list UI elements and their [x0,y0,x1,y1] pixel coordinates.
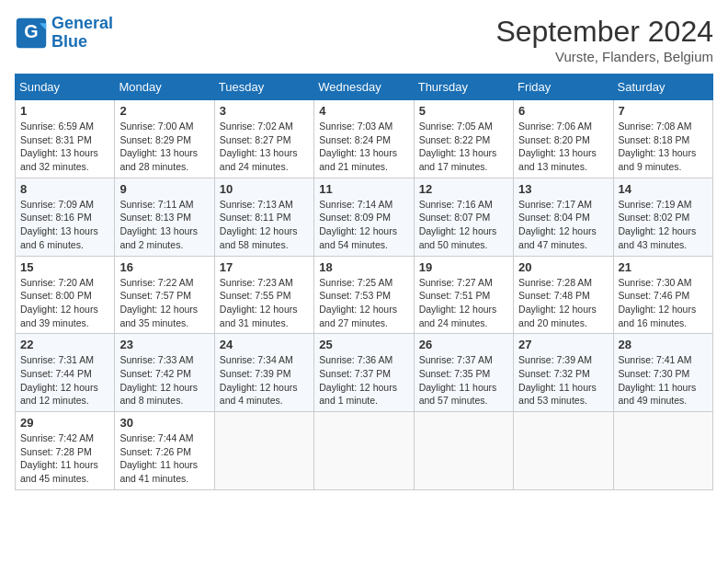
day-info: Sunrise: 7:41 AM Sunset: 7:30 PM Dayligh… [619,353,708,408]
day-number: 7 [619,104,708,118]
calendar-cell: 16Sunrise: 7:22 AM Sunset: 7:57 PM Dayli… [115,256,214,334]
day-number: 22 [20,338,109,351]
calendar-week-row: 1Sunrise: 6:59 AM Sunset: 8:31 PM Daylig… [16,100,713,178]
calendar-week-row: 15Sunrise: 7:20 AM Sunset: 8:00 PM Dayli… [16,256,713,334]
day-number: 28 [619,338,708,351]
day-number: 18 [319,260,408,274]
weekday-header: Saturday [613,75,712,100]
day-info: Sunrise: 7:44 AM Sunset: 7:26 PM Dayligh… [119,431,209,486]
day-number: 19 [419,260,508,274]
weekday-header: Tuesday [214,75,313,100]
calendar-cell: 18Sunrise: 7:25 AM Sunset: 7:53 PM Dayli… [314,256,414,334]
weekday-header: Monday [115,75,214,100]
day-number: 15 [20,260,109,274]
calendar-cell: 8Sunrise: 7:09 AM Sunset: 8:16 PM Daylig… [16,178,115,256]
day-number: 20 [518,260,608,274]
day-info: Sunrise: 7:25 AM Sunset: 7:53 PM Dayligh… [319,276,408,330]
day-info: Sunrise: 7:23 AM Sunset: 7:55 PM Dayligh… [220,276,309,330]
calendar-cell: 30Sunrise: 7:44 AM Sunset: 7:26 PM Dayli… [115,412,214,490]
calendar-cell: 11Sunrise: 7:14 AM Sunset: 8:09 PM Dayli… [314,178,414,256]
calendar-cell: 5Sunrise: 7:05 AM Sunset: 8:22 PM Daylig… [414,100,513,178]
calendar-cell: 4Sunrise: 7:03 AM Sunset: 8:24 PM Daylig… [314,100,414,178]
day-info: Sunrise: 7:09 AM Sunset: 8:16 PM Dayligh… [20,198,109,252]
day-number: 14 [619,182,708,196]
day-info: Sunrise: 7:00 AM Sunset: 8:29 PM Dayligh… [119,120,209,174]
calendar-cell [214,412,313,490]
calendar-cell: 12Sunrise: 7:16 AM Sunset: 8:07 PM Dayli… [414,178,513,256]
day-number: 12 [419,182,508,196]
calendar-cell: 26Sunrise: 7:37 AM Sunset: 7:35 PM Dayli… [414,334,513,412]
day-info: Sunrise: 7:08 AM Sunset: 8:18 PM Dayligh… [619,120,708,174]
calendar-week-row: 22Sunrise: 7:31 AM Sunset: 7:44 PM Dayli… [16,334,713,412]
day-number: 25 [319,338,408,351]
day-info: Sunrise: 7:28 AM Sunset: 7:48 PM Dayligh… [518,276,608,330]
day-number: 10 [220,182,309,196]
calendar-cell: 14Sunrise: 7:19 AM Sunset: 8:02 PM Dayli… [613,178,712,256]
calendar-cell: 25Sunrise: 7:36 AM Sunset: 7:37 PM Dayli… [314,334,414,412]
calendar-cell [414,412,513,490]
calendar-cell: 24Sunrise: 7:34 AM Sunset: 7:39 PM Dayli… [214,334,313,412]
day-info: Sunrise: 7:30 AM Sunset: 7:46 PM Dayligh… [619,276,708,330]
calendar-cell: 1Sunrise: 6:59 AM Sunset: 8:31 PM Daylig… [16,100,115,178]
logo-text2: Blue [51,33,113,52]
calendar-cell [613,412,712,490]
day-number: 13 [518,182,608,196]
day-number: 29 [20,416,109,430]
weekday-header: Sunday [16,75,115,100]
day-info: Sunrise: 7:13 AM Sunset: 8:11 PM Dayligh… [220,198,309,252]
day-number: 4 [319,104,408,118]
day-number: 6 [518,104,608,118]
day-info: Sunrise: 7:37 AM Sunset: 7:35 PM Dayligh… [419,353,508,408]
day-number: 1 [20,104,109,118]
day-info: Sunrise: 7:02 AM Sunset: 8:27 PM Dayligh… [220,120,309,174]
day-number: 23 [119,338,209,351]
day-number: 30 [119,416,209,430]
day-info: Sunrise: 7:34 AM Sunset: 7:39 PM Dayligh… [220,353,309,408]
weekday-header: Thursday [414,75,513,100]
calendar-cell: 3Sunrise: 7:02 AM Sunset: 8:27 PM Daylig… [214,100,313,178]
calendar-table: SundayMondayTuesdayWednesdayThursdayFrid… [15,74,713,490]
calendar-cell: 29Sunrise: 7:42 AM Sunset: 7:28 PM Dayli… [16,412,115,490]
location: Vurste, Flanders, Belgium [495,49,713,64]
day-number: 11 [319,182,408,196]
day-info: Sunrise: 7:22 AM Sunset: 7:57 PM Dayligh… [119,276,209,330]
day-info: Sunrise: 7:20 AM Sunset: 8:00 PM Dayligh… [20,276,109,330]
day-info: Sunrise: 7:19 AM Sunset: 8:02 PM Dayligh… [619,198,708,252]
logo: G General Blue [15,15,113,52]
day-info: Sunrise: 7:17 AM Sunset: 8:04 PM Dayligh… [518,198,608,252]
day-number: 24 [220,338,309,351]
day-number: 9 [119,182,209,196]
day-number: 17 [220,260,309,274]
day-info: Sunrise: 7:11 AM Sunset: 8:13 PM Dayligh… [119,198,209,252]
day-number: 8 [20,182,109,196]
day-info: Sunrise: 7:16 AM Sunset: 8:07 PM Dayligh… [419,198,508,252]
title-block: September 2024 Vurste, Flanders, Belgium [495,15,713,64]
day-info: Sunrise: 6:59 AM Sunset: 8:31 PM Dayligh… [20,120,109,174]
calendar-cell: 27Sunrise: 7:39 AM Sunset: 7:32 PM Dayli… [514,334,613,412]
day-number: 2 [119,104,209,118]
logo-text: General [51,15,113,33]
day-number: 5 [419,104,508,118]
day-info: Sunrise: 7:14 AM Sunset: 8:09 PM Dayligh… [319,198,408,252]
weekday-header: Friday [514,75,613,100]
day-info: Sunrise: 7:31 AM Sunset: 7:44 PM Dayligh… [20,353,109,408]
day-number: 27 [518,338,608,351]
day-info: Sunrise: 7:42 AM Sunset: 7:28 PM Dayligh… [20,431,109,486]
calendar-cell: 17Sunrise: 7:23 AM Sunset: 7:55 PM Dayli… [214,256,313,334]
calendar-cell: 7Sunrise: 7:08 AM Sunset: 8:18 PM Daylig… [613,100,712,178]
calendar-cell: 15Sunrise: 7:20 AM Sunset: 8:00 PM Dayli… [16,256,115,334]
day-info: Sunrise: 7:36 AM Sunset: 7:37 PM Dayligh… [319,353,408,408]
calendar-cell: 20Sunrise: 7:28 AM Sunset: 7:48 PM Dayli… [514,256,613,334]
weekday-header-row: SundayMondayTuesdayWednesdayThursdayFrid… [16,75,713,100]
day-info: Sunrise: 7:05 AM Sunset: 8:22 PM Dayligh… [419,120,508,174]
day-info: Sunrise: 7:06 AM Sunset: 8:20 PM Dayligh… [518,120,608,174]
calendar-cell: 6Sunrise: 7:06 AM Sunset: 8:20 PM Daylig… [514,100,613,178]
weekday-header: Wednesday [314,75,414,100]
day-number: 16 [119,260,209,274]
calendar-cell: 28Sunrise: 7:41 AM Sunset: 7:30 PM Dayli… [613,334,712,412]
day-info: Sunrise: 7:27 AM Sunset: 7:51 PM Dayligh… [419,276,508,330]
day-info: Sunrise: 7:39 AM Sunset: 7:32 PM Dayligh… [518,353,608,408]
calendar-cell: 21Sunrise: 7:30 AM Sunset: 7:46 PM Dayli… [613,256,712,334]
day-number: 21 [619,260,708,274]
calendar-cell: 19Sunrise: 7:27 AM Sunset: 7:51 PM Dayli… [414,256,513,334]
